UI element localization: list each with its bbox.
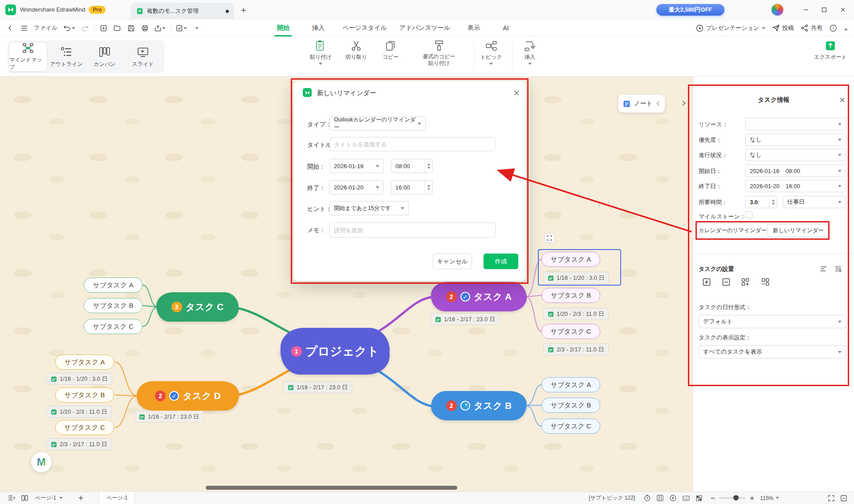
add-page-button[interactable] bbox=[78, 495, 84, 501]
new-reminder-button[interactable]: 新しいリマインダー bbox=[767, 224, 830, 237]
start-date-select[interactable]: 2026-01-16 bbox=[329, 159, 384, 173]
file-menu[interactable]: ファイル bbox=[33, 22, 58, 34]
open-file-button[interactable] bbox=[112, 22, 122, 34]
duration-stepper[interactable]: 3.0 bbox=[745, 196, 777, 208]
new-file-button[interactable] bbox=[98, 22, 108, 34]
cancel-button[interactable]: キャンセル bbox=[433, 254, 472, 269]
panel-close-button[interactable] bbox=[837, 94, 847, 105]
tab-page-style[interactable]: ページスタイル bbox=[342, 20, 387, 36]
date-format-select[interactable]: デフォルト bbox=[699, 315, 846, 328]
collapse-ribbon-button[interactable] bbox=[844, 25, 848, 32]
progress-select[interactable]: なし bbox=[745, 149, 846, 161]
mode-kanban-button[interactable]: カンバン bbox=[86, 43, 123, 71]
presentation-play-button[interactable] bbox=[670, 495, 676, 501]
layout-view-button[interactable] bbox=[657, 495, 663, 501]
subtask-a2[interactable]: サブタスク B bbox=[541, 288, 600, 303]
align-left-icon[interactable] bbox=[818, 264, 828, 274]
outline-panel-button[interactable] bbox=[8, 495, 15, 501]
stepper-arrows-icon[interactable] bbox=[769, 196, 777, 208]
horizontal-scrollbar[interactable] bbox=[206, 486, 457, 490]
mindmap-canvas[interactable]: 1 プロジェクト 1/16 - 2/17 : 23.0 日 3 タスク C 2 … bbox=[0, 77, 854, 492]
group-tasks-icon[interactable] bbox=[740, 277, 751, 287]
tab-insert[interactable]: 挿入 bbox=[312, 20, 325, 36]
format-painter-button[interactable]: 書式のコピー 貼り付け bbox=[418, 40, 460, 67]
background-grid-button[interactable] bbox=[696, 495, 702, 501]
page-tab[interactable]: ページ-1 bbox=[99, 492, 135, 504]
reminder-title-input[interactable] bbox=[329, 137, 496, 151]
post-button[interactable]: 投稿 bbox=[773, 24, 794, 32]
stepper-arrows-icon[interactable] bbox=[424, 159, 432, 173]
insert-button[interactable]: 挿入 bbox=[519, 40, 541, 65]
promo-button[interactable]: 最大2,580円OFF bbox=[656, 4, 724, 16]
stepper-arrows-icon[interactable] bbox=[424, 181, 432, 194]
subtask-b2[interactable]: サブタスク B bbox=[541, 398, 600, 413]
topic-task-c[interactable]: 3 タスク C bbox=[156, 292, 239, 322]
cut-button[interactable]: 切り取り bbox=[342, 40, 370, 61]
user-avatar[interactable] bbox=[771, 3, 784, 16]
document-tab[interactable]: 複数のモ...スク管理 bbox=[131, 3, 234, 20]
end-date-select[interactable]: 2026-01-2016:00 bbox=[745, 180, 846, 192]
create-button[interactable]: 作成 bbox=[484, 254, 518, 269]
priority-select[interactable]: なし bbox=[745, 133, 846, 146]
ungroup-tasks-icon[interactable] bbox=[760, 277, 771, 287]
share-button[interactable]: 共有 bbox=[801, 24, 822, 32]
milestone-checkbox[interactable] bbox=[745, 211, 752, 218]
mode-slide-button[interactable]: スライド bbox=[124, 43, 162, 71]
zoom-slider-knob[interactable] bbox=[733, 495, 739, 500]
dialog-close-button[interactable] bbox=[511, 87, 522, 99]
subtask-d1[interactable]: サブタスク A bbox=[55, 355, 114, 370]
zoom-slider[interactable] bbox=[719, 497, 746, 499]
subtask-d3[interactable]: サブタスク C bbox=[55, 420, 114, 435]
zoom-in-button[interactable] bbox=[749, 496, 755, 501]
topic-project[interactable]: 1 プロジェクト bbox=[281, 328, 390, 375]
start-time-stepper[interactable]: 08:00 bbox=[391, 159, 433, 173]
undo-button[interactable] bbox=[62, 22, 76, 34]
help-button[interactable]: ? bbox=[830, 24, 837, 32]
fit-to-screen-button[interactable] bbox=[841, 495, 847, 501]
tab-advanced-tools[interactable]: アドバンスツール bbox=[399, 20, 450, 36]
tab-view[interactable]: 表示 bbox=[468, 20, 480, 36]
subtask-b3[interactable]: サブタスク C bbox=[541, 419, 600, 434]
end-time-stepper[interactable]: 16:00 bbox=[391, 180, 433, 194]
window-maximize-button[interactable] bbox=[817, 3, 832, 17]
timer-button[interactable] bbox=[644, 495, 651, 501]
subtask-a3[interactable]: サブタスク C bbox=[541, 324, 600, 339]
tab-home[interactable]: 開始 bbox=[277, 20, 289, 36]
reminder-type-select[interactable]: Outlookカレンダーのリマインダー bbox=[329, 117, 426, 131]
window-close-button[interactable] bbox=[835, 3, 850, 17]
panel-collapse-button[interactable] bbox=[679, 97, 688, 110]
save-button[interactable] bbox=[126, 22, 136, 34]
topic-task-b[interactable]: 2 タスク B bbox=[431, 391, 527, 420]
presentation-button[interactable]: プレゼンテーション bbox=[696, 24, 765, 32]
paste-button[interactable]: 貼り付け bbox=[306, 40, 335, 65]
mode-outline-button[interactable]: アウトライン bbox=[48, 43, 85, 71]
new-tab-button[interactable] bbox=[239, 5, 248, 15]
resource-select[interactable] bbox=[745, 118, 846, 130]
mode-mindmap-button[interactable]: マインドマップ bbox=[9, 43, 47, 71]
shortcut-keys-button[interactable] bbox=[683, 496, 690, 501]
toolbar-options-button[interactable] bbox=[192, 22, 202, 34]
redo-button[interactable] bbox=[80, 22, 90, 34]
tab-ai[interactable]: AI bbox=[503, 20, 508, 36]
fullscreen-button[interactable] bbox=[828, 495, 834, 501]
review-button[interactable] bbox=[175, 22, 188, 34]
remove-task-icon[interactable] bbox=[721, 277, 732, 287]
note-button[interactable]: ノート bbox=[618, 95, 665, 113]
edrawmind-corner-logo[interactable]: M bbox=[31, 452, 52, 472]
subtask-d2[interactable]: サブタスク B bbox=[55, 387, 114, 403]
share-file-button[interactable] bbox=[154, 22, 167, 34]
duration-unit-select[interactable]: 仕事日 bbox=[783, 196, 846, 208]
export-button[interactable]: エクスポート bbox=[812, 40, 849, 61]
subtask-c1[interactable]: サブタスク A bbox=[84, 278, 142, 293]
topic-task-a[interactable]: 2 ✓ タスク A bbox=[431, 282, 527, 311]
zoom-out-button[interactable] bbox=[710, 496, 716, 501]
main-menu-button[interactable] bbox=[19, 22, 29, 34]
start-date-select[interactable]: 2026-01-1608:00 bbox=[745, 165, 846, 177]
subtask-c3[interactable]: サブタスク C bbox=[84, 319, 142, 334]
hint-select[interactable]: 開始まであと15分です bbox=[329, 201, 409, 215]
add-task-icon[interactable] bbox=[701, 277, 712, 287]
page-select[interactable]: ページ-1 bbox=[35, 494, 63, 502]
memo-input[interactable] bbox=[329, 222, 496, 238]
print-button[interactable] bbox=[140, 22, 150, 34]
layout-settings-icon[interactable] bbox=[833, 264, 843, 274]
